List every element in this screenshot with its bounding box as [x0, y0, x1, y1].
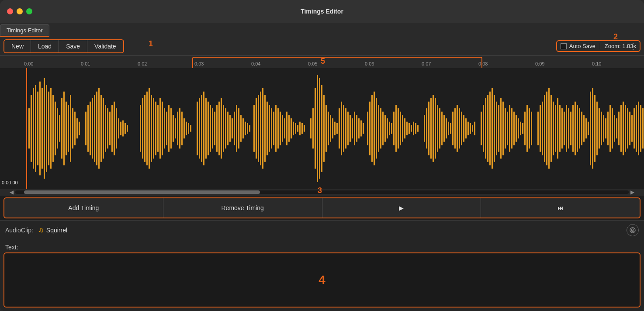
svg-rect-32 [100, 95, 102, 162]
svg-rect-63 [179, 108, 180, 149]
svg-rect-203 [507, 112, 508, 145]
svg-rect-42 [122, 121, 124, 137]
svg-rect-175 [441, 112, 443, 145]
svg-rect-132 [341, 102, 342, 156]
toolbar: New Load Save Validate 1 2 Auto Save Zoo… [0, 37, 644, 56]
svg-rect-215 [537, 112, 539, 145]
remove-timing-button[interactable]: Remove Timing [163, 198, 322, 218]
svg-rect-142 [363, 123, 364, 134]
svg-rect-139 [356, 115, 357, 142]
audioclip-name: Squirrel [46, 227, 67, 234]
svg-rect-263 [642, 108, 644, 149]
new-button[interactable]: New [4, 40, 31, 52]
svg-rect-29 [94, 95, 95, 162]
svg-rect-13 [55, 102, 56, 156]
svg-rect-22 [74, 112, 76, 145]
tick-0-05: 0:05 [308, 61, 317, 66]
audioclip-target-button[interactable] [627, 224, 639, 236]
svg-rect-233 [577, 105, 578, 152]
svg-rect-134 [345, 108, 346, 149]
svg-rect-211 [524, 112, 526, 145]
svg-rect-180 [452, 112, 454, 145]
svg-rect-97 [260, 92, 261, 166]
svg-rect-235 [581, 112, 582, 145]
svg-rect-118 [310, 118, 312, 138]
svg-rect-74 [208, 102, 209, 156]
maximize-button[interactable] [26, 8, 32, 14]
svg-rect-176 [443, 115, 445, 142]
svg-rect-24 [79, 122, 80, 135]
svg-rect-10 [48, 92, 49, 166]
svg-rect-119 [312, 108, 314, 149]
svg-rect-205 [511, 108, 512, 149]
svg-rect-257 [629, 112, 630, 145]
svg-rect-39 [116, 108, 117, 149]
close-button[interactable] [7, 8, 13, 14]
svg-rect-88 [238, 108, 239, 149]
svg-rect-207 [516, 115, 517, 142]
svg-rect-231 [572, 105, 574, 152]
validate-button[interactable]: Validate [87, 40, 123, 52]
playhead [26, 68, 27, 189]
svg-rect-110 [288, 115, 290, 142]
svg-rect-37 [111, 105, 113, 152]
svg-rect-17 [63, 92, 65, 166]
svg-rect-250 [614, 115, 615, 142]
autosave-checkbox[interactable] [561, 43, 567, 49]
waveform-canvas[interactable]: 0:00:00 [0, 68, 644, 189]
svg-rect-228 [566, 105, 567, 152]
bottom-section: AudioClip: ♫ Squirrel Text: 4 [0, 220, 644, 311]
svg-rect-108 [284, 118, 285, 138]
tab-timings-editor[interactable]: Timings Editor [0, 24, 49, 37]
svg-rect-111 [291, 118, 292, 138]
svg-rect-192 [483, 105, 484, 152]
svg-rect-223 [555, 105, 556, 152]
load-button[interactable]: Load [31, 40, 59, 52]
add-timing-button[interactable]: Add Timing [4, 198, 163, 218]
more-button[interactable]: ⋮ [626, 40, 641, 53]
tick-0-04: 0:04 [251, 61, 260, 66]
scrollbar-track[interactable] [15, 190, 629, 194]
svg-rect-251 [616, 118, 617, 138]
tick-0-02: 0:02 [138, 61, 147, 66]
play-button[interactable]: ▶ [322, 198, 481, 218]
svg-rect-23 [76, 118, 78, 138]
svg-rect-189 [472, 125, 473, 131]
scroll-right-arrow[interactable]: ▶ [629, 189, 636, 195]
skip-button[interactable]: ⏭ [481, 198, 640, 218]
svg-rect-262 [640, 105, 641, 152]
svg-rect-135 [347, 112, 349, 145]
svg-rect-141 [360, 121, 362, 137]
scrollbar-thumb[interactable] [24, 190, 260, 194]
svg-rect-222 [553, 102, 554, 156]
svg-rect-168 [426, 108, 427, 149]
svg-rect-106 [280, 112, 281, 145]
svg-rect-93 [249, 125, 250, 131]
tick-0-09: 0:09 [535, 61, 544, 66]
window-title: Timings Editor [301, 8, 343, 15]
minimize-button[interactable] [17, 8, 23, 14]
save-button[interactable]: Save [59, 40, 87, 52]
toolbar-buttons-group: New Load Save Validate [3, 39, 124, 53]
svg-rect-41 [120, 122, 121, 135]
svg-rect-147 [376, 98, 377, 159]
svg-rect-121 [317, 75, 318, 182]
svg-rect-157 [398, 108, 399, 149]
scroll-left-arrow[interactable]: ◀ [8, 189, 15, 195]
svg-rect-70 [199, 98, 200, 159]
svg-rect-155 [393, 112, 395, 145]
svg-rect-245 [603, 115, 604, 142]
svg-rect-229 [568, 108, 569, 149]
svg-rect-133 [343, 105, 344, 152]
svg-rect-59 [170, 108, 172, 149]
svg-rect-65 [184, 118, 185, 138]
svg-rect-248 [609, 105, 611, 152]
svg-rect-94 [253, 105, 255, 152]
svg-rect-184 [461, 112, 462, 145]
svg-rect-20 [70, 95, 71, 162]
annotation-4: 4 [319, 273, 325, 287]
svg-rect-160 [404, 118, 405, 138]
svg-rect-144 [369, 102, 370, 156]
svg-rect-2 [31, 95, 32, 162]
svg-rect-107 [282, 115, 283, 142]
